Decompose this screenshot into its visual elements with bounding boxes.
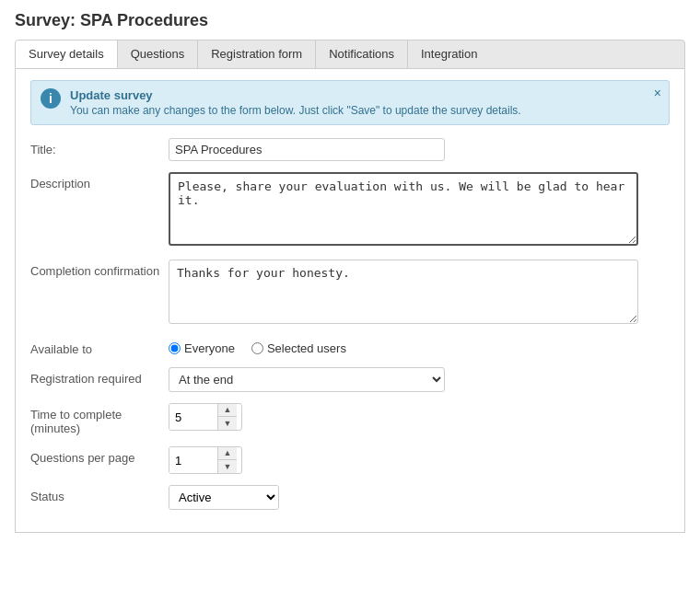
tab-registration-form[interactable]: Registration form [198,40,316,68]
completion-label: Completion confirmation [30,260,169,278]
available-radio-group: Everyone Selected users [169,338,670,355]
time-spinner-buttons: ▲ ▼ [217,404,237,430]
questions-decrement-button[interactable]: ▼ [218,460,237,473]
status-select-wrapper: Active Inactive [169,485,279,510]
info-title: Update survey [70,88,659,102]
page-title: Survey: SPA Procedures [15,11,685,30]
title-control [169,138,670,161]
available-control: Everyone Selected users [169,338,670,355]
questions-input[interactable] [169,447,217,473]
registration-row: Registration required At the end Before … [30,367,670,392]
radio-selected-users-input[interactable] [251,342,263,354]
time-label: Time to complete(minutes) [30,403,169,435]
radio-selected-users-label: Selected users [267,341,346,355]
time-spinner: ▲ ▼ [169,403,242,431]
info-icon: i [41,88,61,109]
questions-label: Questions per page [30,446,169,465]
description-row: Description Please, share your evaluatio… [30,172,670,248]
available-label: Available to [30,338,169,356]
time-decrement-button[interactable]: ▼ [218,417,237,430]
status-control: Active Inactive [169,485,670,510]
tab-integration[interactable]: Integration [408,40,490,68]
completion-textarea[interactable]: Thanks for your honesty. [169,260,638,324]
questions-increment-button[interactable]: ▲ [218,447,237,460]
radio-selected-users[interactable]: Selected users [251,341,346,355]
info-box: i Update survey You can make any changes… [30,80,670,125]
description-label: Description [30,172,169,191]
info-description: You can make any changes to the form bel… [70,104,659,117]
description-textarea[interactable]: Please, share your evaluation with us. W… [169,172,638,246]
registration-select[interactable]: At the end Before None [169,367,445,392]
registration-label: Registration required [30,367,169,386]
status-select[interactable]: Active Inactive [169,486,278,509]
content-area: i Update survey You can make any changes… [15,69,685,533]
radio-everyone-label: Everyone [184,341,235,355]
questions-control: ▲ ▼ [169,446,670,474]
time-increment-button[interactable]: ▲ [218,404,237,417]
questions-spinner: ▲ ▼ [169,446,242,474]
questions-row: Questions per page ▲ ▼ [30,446,670,474]
completion-row: Completion confirmation Thanks for your … [30,260,670,327]
title-row: Title: [30,138,670,161]
registration-control: At the end Before None [169,367,670,392]
completion-control: Thanks for your honesty. [169,260,670,327]
radio-everyone[interactable]: Everyone [169,341,235,355]
close-button[interactable]: × [654,87,661,99]
description-control: Please, share your evaluation with us. W… [169,172,670,248]
time-control: ▲ ▼ [169,403,670,431]
time-input[interactable] [169,404,217,430]
available-row: Available to Everyone Selected users [30,338,670,356]
info-text: Update survey You can make any changes t… [70,88,659,117]
status-label: Status [30,485,169,503]
questions-spinner-buttons: ▲ ▼ [217,447,237,473]
tabs-bar: Survey details Questions Registration fo… [15,40,685,69]
tab-notifications[interactable]: Notifications [316,40,408,68]
status-row: Status Active Inactive [30,485,670,510]
radio-everyone-input[interactable] [169,342,181,354]
title-label: Title: [30,138,169,156]
title-input[interactable] [169,138,445,161]
tab-survey-details[interactable]: Survey details [16,40,118,68]
time-row: Time to complete(minutes) ▲ ▼ [30,403,670,435]
tab-questions[interactable]: Questions [118,40,199,68]
